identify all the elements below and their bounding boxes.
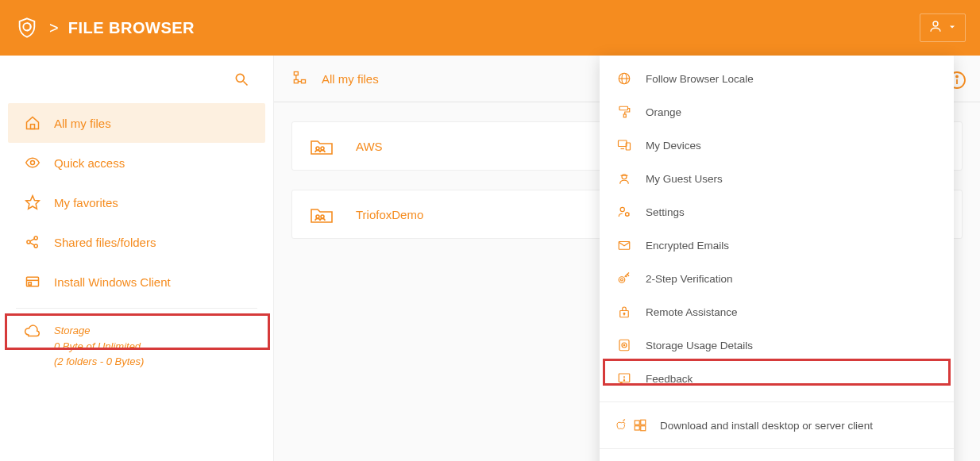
sidebar-item-my-favorites[interactable]: My favorites (8, 182, 265, 222)
sidebar-item-label: Install Windows Client (54, 275, 171, 289)
dropdown-label: Remote Assistance (646, 306, 738, 318)
devices-icon (615, 136, 633, 154)
dropdown-item-2step[interactable]: 2-Step Verification (600, 262, 954, 295)
envelope-lock-icon (615, 236, 633, 254)
dropdown-item-locale[interactable]: Follow Browser Locale (600, 62, 954, 95)
svg-line-10 (30, 239, 35, 241)
svg-point-43 (622, 343, 627, 348)
svg-rect-14 (29, 282, 31, 285)
sidebar-nav: All my files Quick access My favorites S… (0, 103, 273, 378)
settings-user-icon (615, 203, 633, 221)
svg-point-24 (956, 76, 958, 78)
folder-label: TriofoxDemo (356, 208, 423, 221)
chevron-down-icon (947, 21, 957, 35)
dropdown-label: Orange (646, 106, 681, 118)
svg-line-11 (30, 243, 35, 245)
dropdown-item-guest-users[interactable]: My Guest Users (600, 162, 954, 195)
breadcrumb-text[interactable]: All my files (322, 72, 379, 86)
svg-point-33 (622, 175, 627, 179)
dropdown-item-download-client[interactable]: Download and install desktop or server c… (600, 409, 954, 442)
svg-rect-15 (294, 72, 298, 75)
sidebar-item-shared[interactable]: Shared files/folders (8, 222, 265, 262)
guest-user-icon (615, 170, 633, 187)
dropdown-item-theme-orange[interactable]: Orange (600, 95, 954, 129)
svg-point-19 (321, 147, 324, 150)
dropdown-label: My Devices (646, 140, 701, 152)
user-icon (928, 19, 943, 36)
dropdown-label: Download and install desktop or server c… (660, 420, 873, 432)
sitemap-icon[interactable] (291, 70, 309, 87)
sidebar-divider (16, 308, 257, 309)
cloud-icon (24, 323, 41, 340)
two-factor-icon (615, 270, 633, 287)
sidebar-item-quick-access[interactable]: Quick access (8, 143, 265, 182)
svg-point-2 (236, 74, 244, 82)
svg-line-3 (244, 82, 248, 86)
dropdown-item-remote-assist[interactable]: Remote Assistance (600, 295, 954, 328)
svg-point-21 (321, 215, 324, 218)
feedback-icon (615, 370, 633, 387)
svg-rect-4 (31, 125, 35, 129)
svg-point-47 (623, 380, 624, 381)
sidebar-item-label: Quick access (54, 156, 125, 170)
svg-rect-48 (635, 421, 639, 425)
installer-icon (24, 273, 41, 290)
dropdown-item-settings[interactable]: Settings (600, 195, 954, 229)
eye-icon (24, 154, 41, 171)
svg-rect-29 (623, 114, 626, 117)
globe-icon (615, 70, 633, 87)
storage-summary: Storage 0 Byte of Unlimited (2 folders -… (8, 315, 265, 378)
dropdown-item-my-devices[interactable]: My Devices (600, 129, 954, 162)
svg-point-34 (620, 207, 624, 211)
svg-rect-42 (619, 340, 629, 351)
svg-rect-16 (294, 80, 298, 83)
svg-rect-51 (641, 426, 646, 431)
sidebar-item-label: My favorites (54, 196, 118, 209)
search-row (0, 67, 273, 103)
svg-marker-6 (26, 196, 40, 209)
sidebar: All my files Quick access My favorites S… (0, 56, 274, 461)
dropdown-label: Encrypted Emails (646, 240, 729, 252)
svg-rect-30 (619, 140, 627, 147)
user-menu-button[interactable] (920, 13, 966, 42)
svg-rect-50 (635, 426, 639, 430)
sidebar-item-label: Shared files/folders (54, 236, 156, 249)
svg-point-37 (619, 277, 625, 283)
svg-point-44 (623, 344, 625, 346)
topbar: > FILE BROWSER (0, 0, 980, 56)
svg-point-1 (933, 21, 938, 26)
svg-point-5 (31, 161, 35, 165)
svg-rect-28 (619, 106, 628, 110)
svg-point-20 (316, 215, 319, 218)
logo-shield-icon[interactable] (14, 15, 40, 40)
star-icon (24, 194, 41, 211)
dropdown-item-change-password[interactable]: Change Password (600, 455, 954, 461)
dropdown-item-encrypted-emails[interactable]: Encrypted Emails (600, 229, 954, 262)
sidebar-item-install-windows-client[interactable]: Install Windows Client (8, 262, 265, 302)
home-icon (24, 114, 41, 132)
svg-point-18 (316, 147, 319, 150)
storage-title: Storage (54, 323, 144, 339)
dropdown-divider (600, 448, 954, 449)
dropdown-label: Storage Usage Details (646, 340, 753, 352)
folder-team-icon (310, 136, 334, 156)
dropdown-divider (600, 401, 954, 402)
share-icon (24, 233, 41, 251)
search-icon[interactable] (233, 71, 249, 90)
svg-point-40 (623, 313, 625, 314)
dropdown-label: Follow Browser Locale (646, 73, 754, 85)
dropdown-label: Feedback (646, 373, 693, 385)
dropdown-label: My Guest Users (646, 173, 723, 185)
dropdown-item-feedback[interactable]: Feedback (600, 362, 954, 395)
svg-rect-17 (302, 80, 306, 83)
content-area: All my files Quick access My favorites S… (0, 56, 980, 461)
storage-lines: Storage 0 Byte of Unlimited (2 folders -… (54, 323, 144, 370)
main-panel: All my files AWS TriofoxDemo Follow Brow… (274, 56, 980, 461)
topbar-left: > FILE BROWSER (14, 15, 195, 40)
svg-point-38 (621, 279, 623, 281)
dropdown-item-storage-usage[interactable]: Storage Usage Details (600, 328, 954, 362)
dropdown-label: Settings (646, 206, 685, 218)
sidebar-item-all-my-files[interactable]: All my files (8, 103, 265, 143)
breadcrumb-separator: > (49, 19, 59, 37)
folder-team-icon (310, 205, 334, 224)
